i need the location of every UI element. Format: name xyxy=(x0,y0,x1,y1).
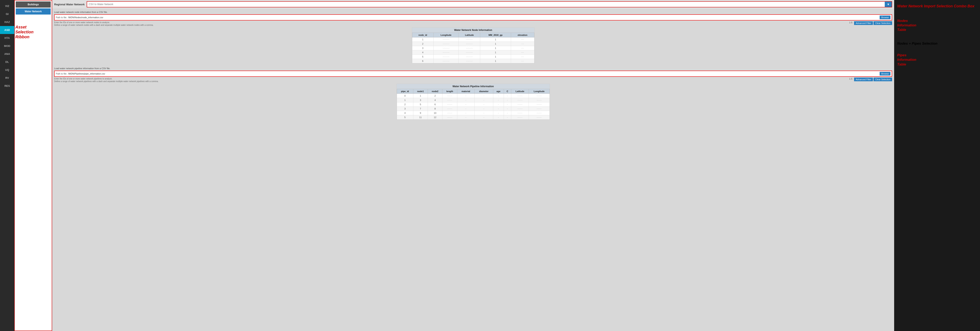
pipes-col-latitude: Latitude xyxy=(511,89,529,94)
pipes-path-row: Path to file: /WDN/Pipelines/pipe_inform… xyxy=(54,70,892,77)
nodes-col-elevation: elevation xyxy=(511,33,534,37)
annotation-pipes-info: PipesInformationTable xyxy=(897,53,977,67)
pipes-id-hint2: Define a range of water network pipeline… xyxy=(54,80,848,83)
sidebar: VIZ GI HAZ ASD HTA MOD ANA DL UQ RV RES xyxy=(0,0,14,331)
nodes-id-range: 1-5 xyxy=(849,21,853,24)
sidebar-item-uq[interactable]: UQ xyxy=(0,66,14,74)
nodes-col-node-id: node_id xyxy=(412,33,433,37)
pipes-col-longitude: Longitude xyxy=(529,89,549,94)
pipes-col-node1: node1 xyxy=(413,89,428,94)
water-network-combo[interactable] xyxy=(87,2,885,6)
nodes-id-hint2: Define a range of water network nodes wi… xyxy=(54,24,848,26)
combo-dropdown-button[interactable]: ▼ xyxy=(885,2,892,7)
annotation-nodes-pipes-selection: Nodes + Pipes Selection xyxy=(897,42,977,46)
pipes-col-node2: node2 xyxy=(428,89,442,94)
nodes-clear-selection-button[interactable]: Clear Selection xyxy=(873,21,892,25)
nodes-browse-button[interactable]: Browse xyxy=(880,16,891,19)
annotation-water-network-import: Water Network Import Selection Combo Box xyxy=(897,4,977,8)
nodes-path-row: Path to file: /WDN/Nodes/node_informatio… xyxy=(54,14,892,21)
annotation-nodes-info: NodesInformationTable xyxy=(897,19,977,32)
table-row: 4 9 10 ········· ·· ·· ·· ·· ········· ·… xyxy=(397,111,549,115)
nodes-table-container: Water Network Node Information node_id L… xyxy=(412,27,535,64)
sidebar-item-asd[interactable]: ASD xyxy=(0,26,14,34)
sidebar-item-gi[interactable]: GI xyxy=(0,10,14,18)
water-network-button[interactable]: Water Network xyxy=(16,8,51,14)
pipes-id-hint1: Enter the IDs of one or more water netwo… xyxy=(54,78,848,80)
pipes-path-label: Path to file: xyxy=(56,72,67,75)
page-title: Regional Water Network xyxy=(54,3,84,6)
pipes-advanced-filter-button[interactable]: Advanced Filter xyxy=(854,78,873,81)
table-row: 2 5 6 ········· ·· ·· ·· ·· ········· ··… xyxy=(397,102,549,107)
nodes-id-hint1: Enter the IDs of one or more water netwo… xyxy=(54,21,848,24)
table-row: 0 1 2 ········· ·· ·· ·· ·· ········· ··… xyxy=(397,94,549,98)
nodes-advanced-filter-button[interactable]: Advanced Filter xyxy=(854,21,873,25)
table-row: 2 ············ ············ 1 ····· xyxy=(412,42,534,46)
pipes-load-label: Load water network pipeline information … xyxy=(54,67,892,70)
nodes-load-label: Load water network node information from… xyxy=(54,10,892,14)
sidebar-item-mod[interactable]: MOD xyxy=(0,42,14,50)
table-row: 3 7 8 ········· ·· ·· ·· ·· ········· ··… xyxy=(397,107,549,111)
pipes-browse-button[interactable]: Browse xyxy=(880,72,891,75)
pipes-table-container: Water Network Pipeline Information pipe_… xyxy=(396,84,550,120)
pipes-table: pipe_id node1 node2 length material diam… xyxy=(397,89,550,120)
sidebar-item-hta[interactable]: HTA xyxy=(0,34,14,42)
table-row: 5 11 12 ········· ·· ·· ·· ·· ········· … xyxy=(397,115,549,120)
pipes-id-range: 1-5 xyxy=(849,78,853,80)
pipes-col-diameter: diameter xyxy=(475,89,493,94)
sidebar-item-res[interactable]: RES xyxy=(0,82,14,90)
nodes-col-longitude: Longitude xyxy=(433,33,458,37)
pipes-clear-selection-button[interactable]: Clear Selection xyxy=(873,78,892,81)
table-row: 3 ············ ············ 1 ····· xyxy=(412,46,534,50)
nodes-col-mm2018: MM_2018_gp xyxy=(480,33,511,37)
nodes-table: node_id Longitude Latitude MM_2018_gp el… xyxy=(412,32,535,63)
nodes-col-latitude: Latitude xyxy=(459,33,480,37)
sidebar-item-dl[interactable]: DL xyxy=(0,58,14,66)
pipes-col-material: material xyxy=(457,89,474,94)
sidebar-item-ana[interactable]: ANA xyxy=(0,50,14,58)
sidebar-item-haz[interactable]: HAZ xyxy=(0,18,14,26)
buildings-button[interactable]: Buildings xyxy=(16,2,51,8)
pipes-col-age: age xyxy=(493,89,504,94)
table-row: 4 ············ ············ 1 ····· xyxy=(412,50,534,54)
sidebar-item-viz[interactable]: VIZ xyxy=(0,2,14,10)
nodes-path-label: Path to file: xyxy=(56,16,67,19)
table-row: 1 ············ ············ 1 ····· xyxy=(412,37,534,42)
table-row: 5 ············ ············ 1 ····· xyxy=(412,54,534,59)
pipes-path-value: /WDN/Pipelines/pipe_information.csv xyxy=(68,72,878,75)
table-row: 6 ············ ············ 1 ····· xyxy=(412,59,534,63)
nodes-table-title: Water Network Node Information xyxy=(412,28,535,32)
pipes-col-pipe-id: pipe_id xyxy=(397,89,413,94)
sidebar-item-rv[interactable]: RV xyxy=(0,74,14,82)
nodes-path-value: /WDN/Nodes/node_information.csv xyxy=(68,16,878,19)
pipes-col-length: length xyxy=(442,89,457,94)
pipes-table-title: Water Network Pipeline Information xyxy=(397,84,550,89)
table-row: 1 3 4 ········· ·· ·· ·· ·· ········· ··… xyxy=(397,98,549,102)
pipes-col-c: C xyxy=(504,89,511,94)
